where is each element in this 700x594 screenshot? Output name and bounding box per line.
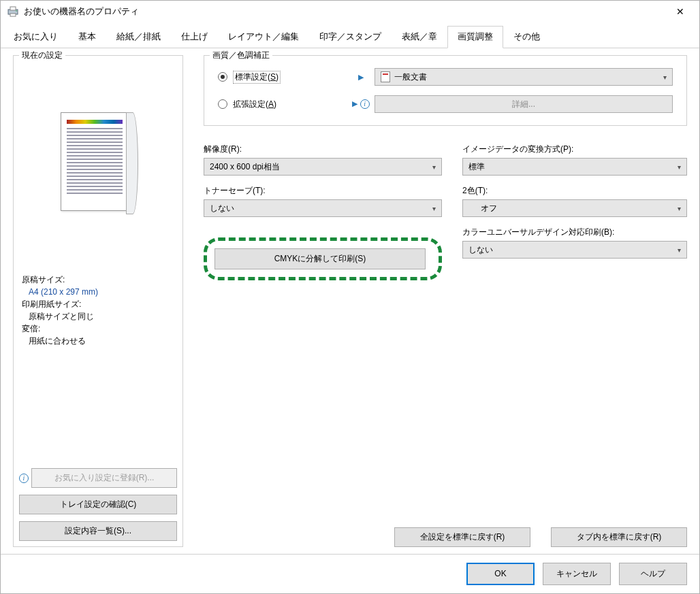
chevron-down-icon: ▾ — [678, 163, 681, 171]
document-type-select[interactable]: 一般文書 ▾ — [375, 68, 673, 86]
settings-summary: 原稿サイズ: A4 (210 x 297 mm) 印刷用紙サイズ: 原稿サイズと… — [19, 267, 177, 461]
scale-value: 用紙に合わせる — [22, 335, 174, 347]
two-color-select[interactable]: オフ▾ — [462, 199, 687, 217]
reset-all-button[interactable]: 全設定を標準に戻す(R) — [394, 527, 530, 547]
chevron-down-icon: ▾ — [432, 163, 436, 171]
preview-area — [19, 63, 177, 267]
two-color-label: 2色(T): — [462, 185, 687, 197]
help-button[interactable]: ヘルプ — [619, 563, 687, 585]
document-icon — [381, 71, 390, 82]
check-tray-settings-button[interactable]: トレイ設定の確認(C) — [19, 495, 177, 514]
close-button[interactable]: ✕ — [667, 2, 694, 21]
left-buttons: i お気に入り設定に登録(R)... トレイ設定の確認(C) 設定内容一覧(S)… — [19, 461, 177, 541]
cud-select[interactable]: しない▾ — [462, 241, 687, 259]
tab-layout-edit[interactable]: レイアウト／編集 — [218, 26, 309, 48]
tab-paper-feed[interactable]: 給紙／排紙 — [106, 26, 171, 48]
tab-favorites[interactable]: お気に入り — [3, 26, 68, 48]
chevron-down-icon: ▾ — [678, 205, 681, 212]
doc-size-value: A4 (210 x 297 mm) — [22, 286, 174, 298]
ok-button[interactable]: OK — [466, 563, 535, 585]
detail-button[interactable]: 詳細... — [375, 95, 673, 113]
resolution-select[interactable]: 2400 x 600 dpi相当▾ — [204, 158, 442, 176]
standard-settings-radio[interactable] — [218, 72, 227, 82]
cmyk-highlight: CMYKに分解して印刷(S) — [204, 237, 442, 280]
paper-size-value: 原稿サイズと同じ — [22, 310, 174, 323]
fields-grid: 解像度(R): 2400 x 600 dpi相当▾ イメージデータの変換方式(P… — [204, 144, 687, 280]
conversion-select[interactable]: 標準▾ — [462, 158, 687, 176]
conversion-label: イメージデータの変換方式(P): — [462, 144, 687, 155]
svg-rect-2 — [10, 14, 16, 16]
scale-label: 変倍: — [22, 323, 174, 335]
content-area: 現在の設定 原稿サイズ: A4 (210 x 297 mm) 印刷用紙サイズ: — [1, 48, 699, 554]
tab-other[interactable]: その他 — [503, 26, 550, 48]
titlebar: お使いの機器名のプロパティ ✕ — [1, 1, 699, 22]
tabstrip: お気に入り 基本 給紙／排紙 仕上げ レイアウト／編集 印字／スタンプ 表紙／章… — [1, 22, 699, 48]
svg-point-3 — [16, 10, 17, 12]
quality-correction-group: 画質／色調補正 標準設定(S) ▶ 一般文書 ▾ 拡張設定(A) — [204, 55, 687, 126]
tab-cover-chapter[interactable]: 表紙／章 — [392, 26, 447, 48]
arrow-icon: ▶ i — [347, 99, 375, 109]
cmyk-separation-button[interactable]: CMYKに分解して印刷(S) — [214, 248, 426, 269]
resolution-label: 解像度(R): — [204, 144, 442, 155]
doc-size-label: 原稿サイズ: — [22, 274, 174, 286]
printer-icon — [6, 5, 20, 18]
chevron-down-icon: ▾ — [663, 73, 667, 81]
arrow-icon: ▶ — [347, 73, 375, 82]
tab-stamps[interactable]: 印字／スタンプ — [309, 26, 392, 48]
tab-basic[interactable]: 基本 — [68, 26, 106, 48]
toner-save-label: トナーセーブ(T): — [204, 185, 442, 197]
reset-tab-button[interactable]: タブ内を標準に戻す(R) — [551, 527, 687, 547]
info-icon: i — [360, 99, 370, 109]
register-favorite-button[interactable]: お気に入り設定に登録(R)... — [31, 468, 177, 488]
quality-correction-title: 画質／色調補正 — [210, 50, 272, 61]
svg-rect-1 — [10, 7, 16, 10]
standard-settings-label: 標準設定(S) — [233, 71, 281, 84]
reset-buttons-row: 全設定を標準に戻す(R) タブ内を標準に戻す(R) — [204, 521, 687, 547]
settings-list-button[interactable]: 設定内容一覧(S)... — [19, 521, 177, 541]
tab-finishing[interactable]: 仕上げ — [171, 26, 218, 48]
paper-size-label: 印刷用紙サイズ: — [22, 298, 174, 310]
left-panel: 現在の設定 原稿サイズ: A4 (210 x 297 mm) 印刷用紙サイズ: — [13, 55, 183, 547]
right-panel: 画質／色調補正 標準設定(S) ▶ 一般文書 ▾ 拡張設定(A) — [183, 55, 687, 547]
tab-image-quality[interactable]: 画質調整 — [447, 26, 503, 48]
document-preview-icon — [61, 112, 136, 218]
cancel-button[interactable]: キャンセル — [543, 563, 611, 585]
chevron-down-icon: ▾ — [432, 205, 436, 212]
toner-save-select[interactable]: しない▾ — [204, 199, 442, 217]
advanced-settings-label: 拡張設定(A) — [233, 99, 276, 110]
window-title: お使いの機器名のプロパティ — [24, 5, 667, 18]
current-settings-group: 現在の設定 原稿サイズ: A4 (210 x 297 mm) 印刷用紙サイズ: — [13, 55, 183, 547]
dialog-footer: OK キャンセル ヘルプ — [1, 554, 699, 593]
chevron-down-icon: ▾ — [678, 246, 681, 254]
advanced-settings-radio[interactable] — [218, 99, 227, 109]
properties-dialog: お使いの機器名のプロパティ ✕ お気に入り 基本 給紙／排紙 仕上げ レイアウト… — [0, 0, 700, 594]
info-icon: i — [19, 474, 29, 483]
cud-label: カラーユニバーサルデザイン対応印刷(B): — [462, 227, 687, 238]
current-settings-title: 現在の設定 — [19, 50, 65, 61]
